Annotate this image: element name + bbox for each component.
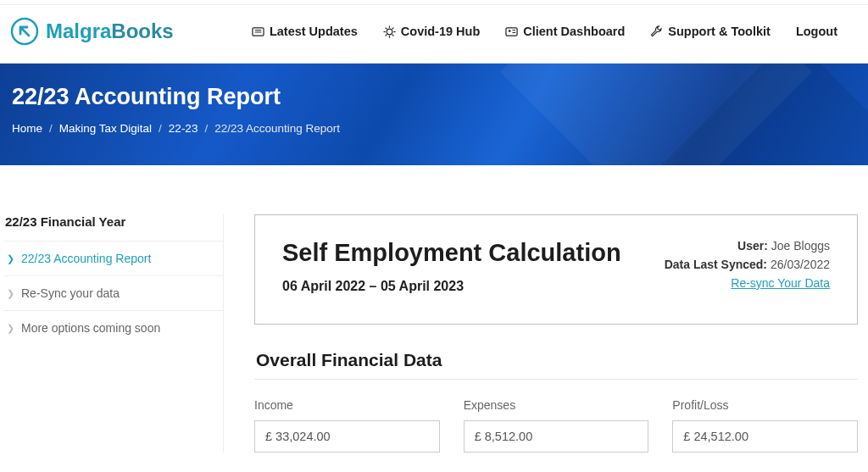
income-label: Income — [254, 398, 440, 412]
sidebar-item-label: More options coming soon — [21, 321, 160, 335]
breadcrumb-mtd[interactable]: Making Tax Digital — [59, 122, 152, 135]
sidebar-item-report[interactable]: ❯ 22/23 Accounting Report — [3, 241, 223, 275]
chevron-right-icon: ❯ — [7, 323, 14, 334]
expenses-col: Expenses £ 8,512.00 — [464, 398, 649, 453]
nav-client-dashboard[interactable]: Client Dashboard — [505, 25, 625, 38]
user-line: User: Joe Bloggs — [665, 239, 830, 253]
profit-col: Profit/Loss £ 24,512.00 — [672, 398, 858, 453]
svg-line-9 — [385, 27, 387, 29]
page-title: 22/23 Accounting Report — [12, 84, 856, 110]
resync-link[interactable]: Re-sync Your Data — [731, 276, 830, 290]
sidebar-item-more[interactable]: ❯ More options coming soon — [3, 310, 223, 345]
svg-rect-13 — [506, 27, 517, 35]
page-hero: 22/23 Accounting Report Home / Making Ta… — [0, 64, 868, 165]
profit-value[interactable]: £ 24,512.00 — [672, 420, 858, 453]
nav-logout[interactable]: Logout — [796, 25, 837, 38]
top-header: MalgraBooks Latest Updates Covid-19 Hub … — [0, 5, 868, 64]
sidebar-item-resync[interactable]: ❯ Re-Sync your data — [3, 275, 223, 310]
brand-logo[interactable]: MalgraBooks — [10, 17, 174, 46]
svg-line-11 — [385, 34, 387, 36]
breadcrumb-year[interactable]: 22-23 — [169, 122, 198, 135]
svg-point-14 — [509, 30, 511, 32]
chevron-right-icon: ❯ — [7, 288, 14, 299]
nav-support-toolkit[interactable]: Support & Toolkit — [650, 25, 771, 38]
sidebar-heading: 22/23 Financial Year — [3, 214, 223, 241]
expenses-value[interactable]: £ 8,512.00 — [464, 420, 649, 453]
sidebar-item-label: Re-Sync your data — [21, 286, 120, 300]
brand-text: MalgraBooks — [46, 19, 174, 43]
expenses-label: Expenses — [464, 398, 649, 412]
card-title: Self Employment Calculation — [282, 239, 621, 267]
synced-line: Data Last Synced: 26/03/2022 — [665, 258, 830, 271]
breadcrumb: Home / Making Tax Digital / 22-23 / 22/2… — [12, 122, 856, 135]
id-card-icon — [505, 25, 518, 38]
breadcrumb-home[interactable]: Home — [12, 122, 42, 135]
main-nav: Latest Updates Covid-19 Hub Client Dashb… — [252, 25, 858, 38]
sidebar: 22/23 Financial Year ❯ 22/23 Accounting … — [0, 214, 224, 453]
profit-label: Profit/Loss — [672, 398, 858, 412]
newspaper-icon — [252, 25, 264, 38]
nav-latest-updates[interactable]: Latest Updates — [252, 25, 358, 38]
income-col: Income £ 33,024.00 — [254, 398, 440, 453]
virus-icon — [383, 25, 396, 38]
chevron-right-icon: ❯ — [7, 253, 14, 264]
breadcrumb-current: 22/23 Accounting Report — [214, 122, 340, 135]
svg-point-4 — [387, 29, 392, 35]
overall-title: Overall Financial Data — [256, 350, 858, 370]
logo-arrow-icon — [10, 17, 39, 46]
card-period: 06 April 2022 – 05 April 2023 — [282, 279, 621, 294]
income-value[interactable]: £ 33,024.00 — [254, 420, 440, 453]
calculation-card: Self Employment Calculation 06 April 202… — [254, 214, 858, 325]
financial-row: Income £ 33,024.00 Expenses £ 8,512.00 P… — [254, 379, 858, 453]
main-content: Self Employment Calculation 06 April 202… — [254, 214, 858, 453]
svg-line-10 — [392, 34, 394, 36]
wrench-icon — [650, 25, 663, 38]
svg-line-12 — [392, 27, 394, 29]
nav-covid-hub[interactable]: Covid-19 Hub — [383, 25, 480, 38]
sidebar-item-label: 22/23 Accounting Report — [21, 252, 151, 265]
